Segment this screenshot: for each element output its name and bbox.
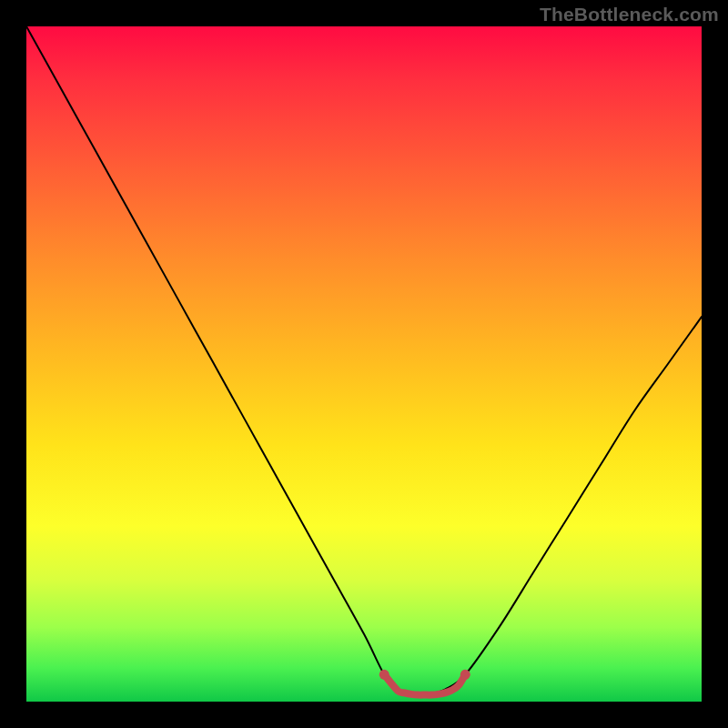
- baseline-marker-end: [460, 670, 470, 680]
- watermark-text: TheBottleneck.com: [540, 4, 719, 25]
- curve-svg: [26, 26, 702, 702]
- plot-area: [26, 26, 702, 702]
- baseline-marker-start: [379, 670, 389, 680]
- bottleneck-curve: [26, 26, 702, 694]
- chart-frame: TheBottleneck.com: [0, 0, 728, 728]
